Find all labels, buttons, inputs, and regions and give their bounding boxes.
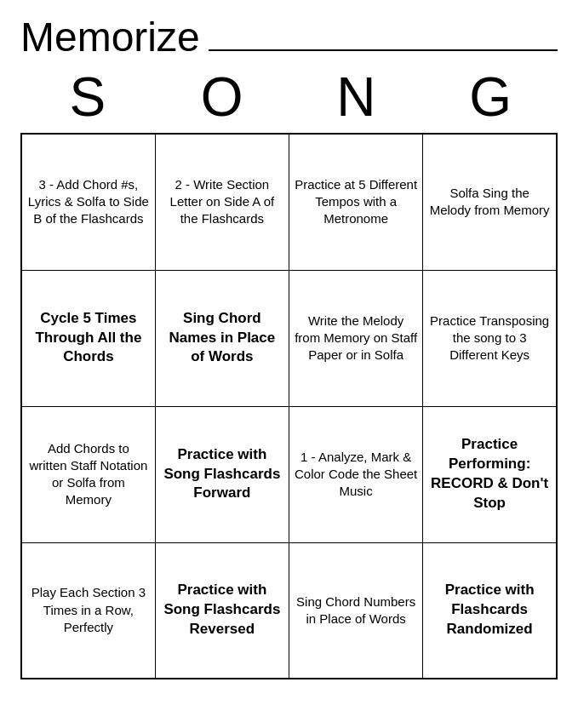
header: Memorize S O N G bbox=[20, 17, 558, 124]
grid-cell-1-1: Sing Chord Names in Place of Words bbox=[155, 270, 289, 406]
grid-cell-1-3: Practice Transposing the song to 3 Diffe… bbox=[423, 270, 557, 406]
cell-text-3-0: Play Each Section 3 Times in a Row, Perf… bbox=[31, 585, 146, 634]
cell-text-1-3: Practice Transposing the song to 3 Diffe… bbox=[430, 313, 549, 363]
grid-cell-2-2: 1 - Analyze, Mark & Color Code the Sheet… bbox=[289, 406, 423, 542]
cell-text-3-2: Sing Chord Numbers in Place of Words bbox=[296, 594, 415, 626]
grid-cell-2-3: Practice Performing: RECORD & Don't Stop bbox=[423, 406, 557, 542]
cell-text-3-3: Practice with Flashcards Randomized bbox=[445, 582, 535, 637]
grid-cell-3-2: Sing Chord Numbers in Place of Words bbox=[289, 542, 423, 679]
grid-cell-2-0: Add Chords to written Staff Notation or … bbox=[21, 406, 155, 542]
grid-cell-1-2: Write the Melody from Memory on Staff Pa… bbox=[289, 270, 423, 406]
cell-text-2-2: 1 - Analyze, Mark & Color Code the Sheet… bbox=[295, 450, 417, 499]
cell-text-0-3: Solfa Sing the Melody from Memory bbox=[430, 186, 550, 217]
cell-text-2-0: Add Chords to written Staff Notation or … bbox=[29, 441, 147, 507]
grid-cell-2-1: Practice with Song Flashcards Forward bbox=[155, 406, 289, 542]
grid-cell-1-0: Cycle 5 Times Through All the Chords bbox=[21, 270, 155, 406]
grid-cell-3-0: Play Each Section 3 Times in a Row, Perf… bbox=[21, 542, 155, 679]
cell-text-0-1: 2 - Write Section Letter on Side A of th… bbox=[170, 177, 275, 226]
grid-cell-0-1: 2 - Write Section Letter on Side A of th… bbox=[155, 134, 289, 270]
title-row: Memorize bbox=[20, 17, 558, 58]
bingo-grid: 3 - Add Chord #s, Lyrics & Solfa to Side… bbox=[20, 133, 558, 679]
cell-text-1-0: Cycle 5 Times Through All the Chords bbox=[35, 310, 141, 365]
cell-text-3-1: Practice with Song Flashcards Reversed bbox=[163, 582, 280, 637]
grid-cell-3-1: Practice with Song Flashcards Reversed bbox=[155, 542, 289, 679]
column-labels: S O N G bbox=[20, 70, 558, 124]
grid-cell-0-2: Practice at 5 Different Tempos with a Me… bbox=[289, 134, 423, 270]
col-label-n: N bbox=[289, 70, 424, 124]
col-label-g: G bbox=[423, 70, 558, 124]
col-label-o: O bbox=[155, 70, 289, 124]
page-title: Memorize bbox=[20, 17, 200, 58]
grid-cell-3-3: Practice with Flashcards Randomized bbox=[423, 542, 557, 679]
cell-text-1-2: Write the Melody from Memory on Staff Pa… bbox=[295, 313, 417, 363]
col-label-s: S bbox=[20, 70, 155, 124]
cell-text-2-1: Practice with Song Flashcards Forward bbox=[163, 446, 280, 502]
grid-cell-0-3: Solfa Sing the Melody from Memory bbox=[423, 134, 557, 270]
cell-text-0-0: 3 - Add Chord #s, Lyrics & Solfa to Side… bbox=[28, 177, 149, 226]
cell-text-2-3: Practice Performing: RECORD & Don't Stop bbox=[431, 436, 548, 511]
grid-cell-0-0: 3 - Add Chord #s, Lyrics & Solfa to Side… bbox=[21, 134, 155, 270]
cell-text-1-1: Sing Chord Names in Place of Words bbox=[169, 310, 276, 365]
cell-text-0-2: Practice at 5 Different Tempos with a Me… bbox=[295, 177, 417, 226]
title-underline bbox=[209, 49, 558, 51]
